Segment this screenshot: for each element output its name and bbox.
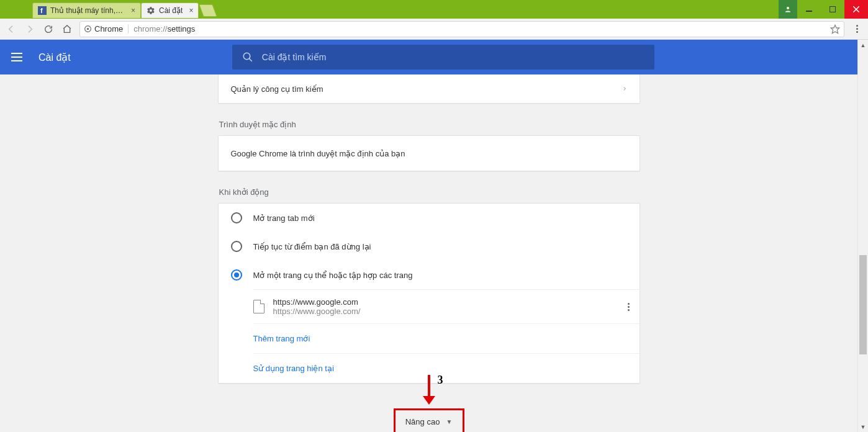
- settings-body: Quản lý công cụ tìm kiếm Trình duyệt mặc…: [0, 74, 857, 432]
- section-default-browser: Trình duyệt mặc định: [219, 120, 640, 129]
- browser-toolbar: Chrome chrome://settings: [0, 19, 868, 40]
- page-title: Cài đặt: [38, 52, 71, 63]
- svg-line-11: [249, 58, 252, 61]
- search-icon: [242, 52, 253, 63]
- use-current-pages-link[interactable]: Sử dụng trang hiện tại: [253, 354, 640, 383]
- url-chip: Chrome: [84, 24, 129, 34]
- scrollbar-track[interactable]: [858, 50, 868, 421]
- window-maximize-button[interactable]: [821, 0, 844, 19]
- chip-label: Chrome: [94, 24, 123, 34]
- startup-option-newtab[interactable]: Mở trang tab mới: [219, 204, 640, 232]
- reload-button[interactable]: [42, 23, 55, 35]
- svg-text:f: f: [40, 7, 43, 14]
- browser-tab-1[interactable]: Cài đặt ×: [141, 2, 199, 18]
- svg-point-10: [243, 53, 250, 60]
- radio-label: Mở một trang cụ thể hoặc tập hợp các tra…: [253, 271, 413, 280]
- scrollbar-thumb[interactable]: [859, 255, 867, 354]
- facebook-icon: f: [38, 6, 47, 15]
- page-icon: [253, 300, 264, 313]
- row-label: Quản lý công cụ tìm kiếm: [231, 84, 323, 94]
- forward-button[interactable]: [24, 23, 36, 35]
- page-title-text: https://www.google.com: [273, 297, 361, 307]
- radio-icon[interactable]: [231, 212, 242, 223]
- default-browser-text: Google Chrome là trình duyệt mặc định củ…: [219, 136, 640, 171]
- gear-icon: [147, 6, 155, 15]
- page-url-text: https://www.google.com/: [273, 307, 361, 316]
- address-bar[interactable]: Chrome chrome://settings: [79, 21, 844, 37]
- manage-search-engines-row[interactable]: Quản lý công cụ tìm kiếm: [219, 74, 640, 103]
- browser-tab-0[interactable]: f Thủ thuật máy tính, cài đ ×: [32, 2, 141, 18]
- chevron-right-icon: [622, 85, 627, 92]
- settings-search[interactable]: [232, 45, 654, 70]
- svg-rect-2: [830, 6, 836, 12]
- user-icon[interactable]: [779, 0, 797, 19]
- window-minimize-button[interactable]: [797, 0, 821, 19]
- scroll-up-icon[interactable]: ▲: [858, 40, 868, 50]
- annotation-box: [394, 408, 464, 432]
- window-close-button[interactable]: [844, 0, 868, 19]
- startup-option-continue[interactable]: Tiếp tục từ điểm bạn đã dừng lại: [219, 232, 640, 261]
- svg-marker-9: [831, 25, 839, 33]
- startup-option-specific[interactable]: Mở một trang cụ thể hoặc tập hợp các tra…: [219, 261, 640, 289]
- more-options-button[interactable]: [628, 303, 630, 311]
- advanced-wrap: 3 Nâng cao ▼: [218, 412, 640, 431]
- new-tab-button[interactable]: [199, 4, 217, 17]
- bookmark-star-icon[interactable]: [830, 24, 840, 34]
- tab-strip: f Thủ thuật máy tính, cài đ × Cài đặt ×: [32, 2, 215, 18]
- add-new-page-link[interactable]: Thêm trang mới: [253, 324, 640, 353]
- radio-icon[interactable]: [231, 241, 242, 252]
- startup-page-row: https://www.google.com https://www.googl…: [253, 290, 640, 323]
- search-input[interactable]: [262, 52, 644, 62]
- annotation-arrow: [423, 375, 435, 405]
- svg-rect-1: [806, 11, 812, 12]
- page-content: Cài đặt Quản lý công cụ tìm kiếm Trình d…: [0, 40, 868, 432]
- vertical-scrollbar[interactable]: ▲ ▼: [857, 40, 868, 432]
- svg-point-0: [787, 7, 789, 9]
- menu-button[interactable]: [851, 23, 863, 35]
- radio-label: Tiếp tục từ điểm bạn đã dừng lại: [253, 242, 371, 251]
- close-icon[interactable]: ×: [189, 6, 193, 15]
- section-on-startup: Khi khởi động: [219, 187, 640, 197]
- scroll-down-icon[interactable]: ▼: [858, 421, 868, 432]
- home-button[interactable]: [61, 23, 73, 35]
- close-icon[interactable]: ×: [131, 6, 135, 15]
- svg-point-8: [87, 28, 89, 30]
- annotation-number: 3: [438, 374, 443, 387]
- back-button[interactable]: [5, 23, 17, 35]
- tab-title: Thủ thuật máy tính, cài đ: [50, 6, 125, 15]
- radio-icon[interactable]: [231, 269, 242, 281]
- tab-title: Cài đặt: [159, 6, 183, 15]
- startup-card: Mở trang tab mới Tiếp tục từ điểm bạn đã…: [218, 203, 640, 384]
- url-text: chrome://settings: [133, 24, 825, 34]
- radio-label: Mở trang tab mới: [253, 214, 315, 223]
- menu-icon[interactable]: [11, 50, 26, 65]
- settings-header: Cài đặt: [0, 40, 868, 74]
